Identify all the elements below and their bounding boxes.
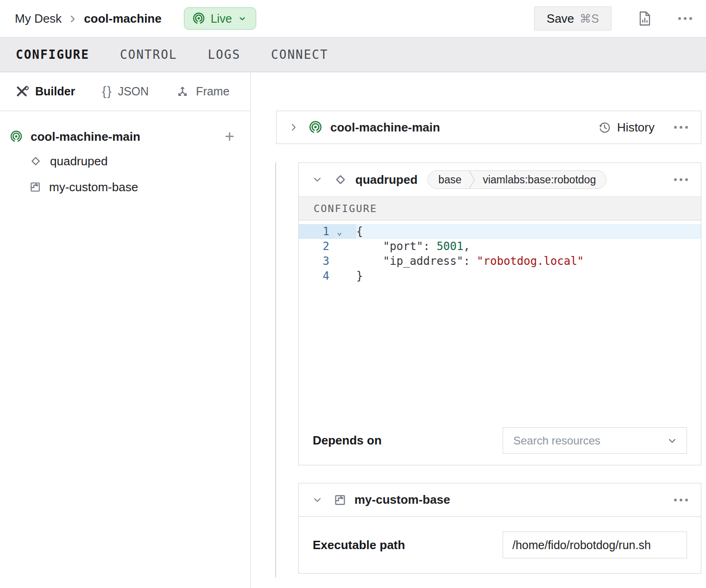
tab-configure[interactable]: CONFIGURE — [16, 48, 89, 62]
line-number: 3 — [299, 254, 329, 269]
tree-quadruped-label: quadruped — [50, 154, 107, 169]
tree-item-machine-part[interactable]: cool-machine-main + — [9, 125, 241, 148]
fold-gutter — [329, 254, 356, 269]
machine-part-icon — [308, 120, 323, 135]
depends-on-select[interactable] — [503, 427, 687, 454]
document-chart-icon — [637, 10, 652, 27]
chevron-down-icon — [666, 435, 678, 447]
breadcrumb-machine-name: cool-machine — [84, 12, 162, 26]
tree-item-my-custom-base[interactable]: my-custom-base — [9, 174, 241, 200]
code-text: { — [356, 224, 363, 239]
live-status-label: Live — [211, 12, 232, 25]
line-number: 4 — [299, 269, 329, 283]
machine-part-icon — [9, 130, 23, 144]
depends-on-row: Depends on — [299, 416, 701, 465]
code-text: "ip_address": "robotdog.local" — [356, 254, 584, 269]
resource-tree: cool-machine-main + quadruped my-custom-… — [0, 111, 250, 200]
part-card-menu-button[interactable] — [674, 126, 688, 129]
tab-logs[interactable]: LOGS — [208, 48, 240, 62]
line-number: 1 — [299, 224, 329, 239]
quadruped-menu-button[interactable] — [674, 178, 688, 181]
history-button[interactable]: History — [598, 120, 655, 135]
tab-connect[interactable]: CONNECT — [271, 48, 328, 62]
tab-control[interactable]: CONTROL — [120, 48, 177, 62]
fold-gutter — [329, 239, 356, 254]
depends-on-input[interactable] — [512, 434, 666, 448]
diamond-icon — [333, 172, 348, 187]
chevron-down-icon — [237, 13, 247, 24]
breadcrumb-separator-icon — [69, 13, 76, 25]
save-shortcut: ⌘S — [580, 12, 599, 25]
view-builder[interactable]: Builder — [15, 85, 75, 99]
executable-path-input[interactable] — [511, 538, 678, 552]
executable-path-field — [503, 532, 687, 558]
machine-part-card: cool-machine-main History — [276, 111, 701, 144]
tree-item-quadruped[interactable]: quadruped — [9, 148, 241, 174]
machine-tab-bar: CONFIGURE CONTROL LOGS CONNECT — [0, 37, 706, 72]
tree-custom-base-label: my-custom-base — [49, 180, 138, 194]
view-frame-label: Frame — [196, 85, 229, 98]
view-switcher: Builder { } JSON Frame — [0, 72, 250, 111]
history-label: History — [617, 120, 655, 135]
quadruped-card: quadruped base viamlabs:base:robotdog CO… — [298, 163, 701, 465]
breadcrumb-root[interactable]: My Desk — [15, 12, 62, 26]
quadruped-card-header: quadruped base viamlabs:base:robotdog — [299, 163, 701, 196]
fold-arrow-icon[interactable]: ⌄ — [329, 224, 356, 239]
diamond-icon — [29, 154, 43, 168]
model-type: base — [438, 174, 461, 186]
tree-connector-line — [275, 163, 276, 577]
save-button[interactable]: Save ⌘S — [534, 6, 611, 31]
expand-chevron-right-icon[interactable] — [290, 121, 298, 133]
model-triplet: viamlabs:base:robotdog — [483, 174, 596, 186]
tree-machine-label: cool-machine-main — [31, 130, 140, 144]
history-icon — [598, 120, 611, 134]
fold-gutter — [329, 269, 356, 283]
collapse-chevron-down-icon[interactable] — [312, 175, 323, 184]
machine-logs-report-button[interactable] — [637, 10, 652, 27]
quadruped-card-title: quadruped — [355, 173, 417, 187]
part-children: quadruped base viamlabs:base:robotdog CO… — [276, 163, 701, 574]
line-number: 2 — [299, 239, 329, 254]
view-json[interactable]: { } JSON — [102, 84, 149, 99]
part-card-title: cool-machine-main — [330, 120, 440, 135]
breadcrumb: My Desk cool-machine — [15, 12, 162, 26]
collapse-chevron-down-icon[interactable] — [312, 496, 323, 504]
code-text: "port": 5001, — [356, 239, 470, 254]
depends-on-label: Depends on — [313, 433, 382, 448]
code-line[interactable]: 4} — [299, 269, 701, 283]
code-line[interactable]: 1⌄{ — [299, 224, 701, 239]
machine-menu-button[interactable] — [678, 17, 692, 20]
custom-base-menu-button[interactable] — [674, 499, 688, 501]
view-frame[interactable]: Frame — [176, 85, 229, 99]
code-line[interactable]: 3 "ip_address": "robotdog.local" — [299, 254, 701, 269]
code-text: } — [356, 269, 363, 283]
custom-base-body: Executable path — [299, 517, 701, 573]
tools-icon — [15, 85, 29, 99]
module-icon — [333, 493, 347, 507]
custom-base-card: my-custom-base Executable path — [298, 483, 701, 574]
overflow-menu-icon — [678, 17, 692, 20]
frame-axes-icon — [176, 85, 189, 99]
custom-base-card-title: my-custom-base — [354, 493, 450, 507]
code-line[interactable]: 2 "port": 5001, — [299, 239, 701, 254]
braces-icon: { } — [102, 84, 111, 99]
top-bar: My Desk cool-machine Live Save ⌘S — [0, 0, 706, 37]
add-resource-button[interactable]: + — [225, 128, 234, 145]
badge-separator-icon — [469, 170, 475, 189]
configure-content: Builder { } JSON Frame — [0, 72, 706, 588]
executable-path-label: Executable path — [313, 538, 405, 552]
configure-section-label: CONFIGURE — [299, 196, 701, 220]
builder-canvas: cool-machine-main History — [251, 72, 706, 588]
module-icon — [29, 181, 42, 194]
model-badge: base viamlabs:base:robotdog — [428, 170, 606, 189]
live-status-dropdown[interactable]: Live — [184, 7, 256, 30]
custom-base-card-header: my-custom-base — [299, 483, 701, 517]
save-label: Save — [547, 12, 574, 26]
code-editor[interactable]: 1⌄{2 "port": 5001,3 "ip_address": "robot… — [299, 220, 701, 416]
view-json-label: JSON — [118, 85, 149, 98]
sidebar: Builder { } JSON Frame — [0, 72, 251, 588]
view-builder-label: Builder — [35, 85, 75, 98]
machine-online-icon — [192, 12, 206, 25]
